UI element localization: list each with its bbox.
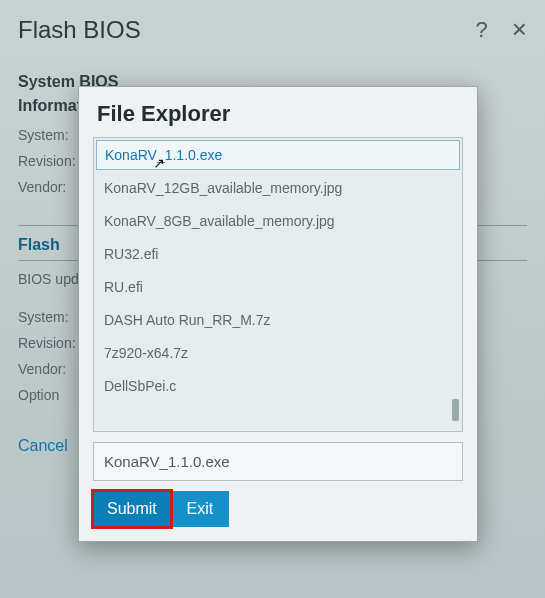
exit-button[interactable]: Exit <box>171 491 229 527</box>
file-item[interactable]: KonaRV_8GB_available_memory.jpg <box>94 205 462 238</box>
file-item[interactable]: RU32.efi <box>94 238 462 271</box>
cursor-icon: ↖ <box>153 155 165 171</box>
file-item[interactable]: KonaRV_1.1.0.exe↖ <box>96 140 460 170</box>
window-title: Flash BIOS <box>18 16 141 44</box>
file-item[interactable]: KonaRV_12GB_available_memory.jpg <box>94 172 462 205</box>
dialog-title: File Explorer <box>79 87 477 137</box>
file-explorer-dialog: File Explorer ▲ KonaRV_1.1.0.exe↖KonaRV_… <box>78 86 478 542</box>
file-item[interactable]: 7z920-x64.7z <box>94 337 462 370</box>
file-item[interactable]: DASH Auto Run_RR_M.7z <box>94 304 462 337</box>
dialog-button-row: Submit Exit <box>79 491 477 541</box>
cancel-link[interactable]: Cancel <box>18 437 68 455</box>
scrollbar-thumb[interactable] <box>452 399 459 421</box>
file-item[interactable]: DellSbPei.c <box>94 370 462 403</box>
filename-field[interactable]: KonaRV_1.1.0.exe <box>93 442 463 481</box>
titlebar: Flash BIOS ? × <box>18 14 527 45</box>
help-icon[interactable]: ? <box>476 17 488 43</box>
file-list[interactable]: ▲ KonaRV_1.1.0.exe↖KonaRV_12GB_available… <box>93 137 463 432</box>
submit-button[interactable]: Submit <box>93 491 171 527</box>
file-item[interactable]: RU.efi <box>94 271 462 304</box>
close-icon[interactable]: × <box>512 14 527 45</box>
